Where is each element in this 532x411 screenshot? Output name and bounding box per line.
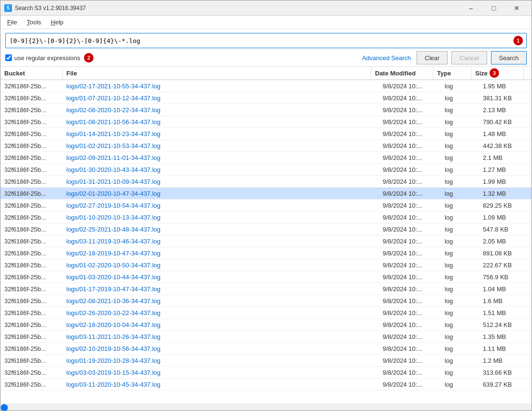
table-cell: 9/8/2024 10:... (379, 211, 441, 223)
table-cell: 32f6186f-25b... (0, 128, 63, 139)
table-cell: 1.32 MB (479, 188, 532, 199)
table-cell: logs/02-09-2021-11-01-34-437.log (63, 152, 379, 163)
col-header-type[interactable]: Type (433, 67, 471, 79)
table-cell: 9/8/2024 10:... (379, 283, 441, 295)
minimize-button[interactable]: – (460, 0, 482, 16)
table-body[interactable]: 32f6186f-25b...logs/02-17-2021-10-55-34-… (0, 80, 532, 404)
table-cell: logs/01-02-2020-10-50-34-437.log (63, 259, 379, 271)
table-cell: log (441, 283, 479, 295)
menu-bar: File Tools Help (0, 16, 532, 29)
table-row[interactable]: 32f6186f-25b...logs/01-19-2020-10-28-34-… (0, 355, 532, 367)
table-cell: logs/02-01-2020-10-47-34-437.log (63, 188, 379, 199)
table-row[interactable]: 32f6186f-25b...logs/01-17-2019-10-47-34-… (0, 283, 532, 295)
table-row[interactable]: 32f6186f-25b...logs/02-26-2020-10-22-34-… (0, 307, 532, 319)
table-cell: 9/8/2024 10:... (379, 164, 441, 175)
table-header: Bucket File Date Modified Type Size 3 (0, 67, 532, 80)
table-cell: 9/8/2024 10:... (379, 80, 441, 92)
table-cell: log (441, 367, 479, 378)
table-cell: logs/01-02-2021-10-53-34-437.log (63, 140, 379, 151)
table-row[interactable]: 32f6186f-25b...logs/03-03-2019-10-15-34-… (0, 367, 532, 379)
table-cell: 1.95 MB (479, 80, 532, 92)
col-date-label: Date Modified (375, 70, 416, 77)
table-cell: log (441, 295, 479, 306)
col-header-file[interactable]: File (63, 67, 371, 79)
menu-tools[interactable]: Tools (22, 17, 46, 28)
table-cell: 9/8/2024 10:... (379, 140, 441, 151)
table-cell: 1.6 MB (479, 295, 532, 306)
table-cell: logs/01-19-2020-10-28-34-437.log (63, 355, 379, 366)
table-cell: 32f6186f-25b... (0, 176, 63, 187)
table-cell: logs/02-27-2019-10-54-34-437.log (63, 200, 379, 211)
table-cell: log (441, 116, 479, 127)
window-title: Search S3 v1.2.9016.39437 (15, 5, 460, 11)
table-row[interactable]: 32f6186f-25b...logs/02-09-2021-11-01-34-… (0, 152, 532, 164)
h-scroll-input[interactable] (0, 405, 532, 411)
table-cell: 381.31 KB (479, 92, 532, 104)
table-cell: 2.05 MB (479, 235, 532, 247)
advanced-search-link[interactable]: Advanced Search (360, 53, 413, 63)
horizontal-scrollbar (0, 404, 532, 411)
table-cell: 32f6186f-25b... (0, 152, 63, 163)
table-row[interactable]: 32f6186f-25b...logs/02-18-2020-10-04-34-… (0, 319, 532, 331)
regex-checkbox[interactable] (5, 54, 12, 61)
table-cell: 32f6186f-25b... (0, 343, 63, 354)
table-cell: log (441, 140, 479, 151)
table-row[interactable]: 32f6186f-25b...logs/02-01-2020-10-47-34-… (0, 188, 532, 200)
table-cell: 32f6186f-25b... (0, 379, 63, 390)
table-row[interactable]: 32f6186f-25b...logs/01-02-2020-10-50-34-… (0, 259, 532, 271)
app-icon: S (4, 4, 12, 12)
table-row[interactable]: 32f6186f-25b...logs/02-17-2021-10-55-34-… (0, 80, 532, 92)
regex-checkbox-label[interactable]: use regular expressions (5, 54, 80, 62)
table-cell: logs/02-18-2019-10-47-34-437.log (63, 247, 379, 259)
col-header-bucket[interactable]: Bucket (0, 67, 63, 79)
table-cell: logs/01-14-2021-10-23-34-437.log (63, 128, 379, 139)
table-row[interactable]: 32f6186f-25b...logs/02-18-2019-10-47-34-… (0, 247, 532, 259)
table-cell: 32f6186f-25b... (0, 140, 63, 151)
table-row[interactable]: 32f6186f-25b...logs/02-10-2019-10-56-34-… (0, 343, 532, 355)
table-cell: log (441, 319, 479, 330)
search-input[interactable] (5, 33, 527, 48)
table-row[interactable]: 32f6186f-25b...logs/01-07-2021-10-12-34-… (0, 92, 532, 104)
table-row[interactable]: 32f6186f-25b...logs/03-11-2020-10-45-34-… (0, 379, 532, 390)
table-cell: log (441, 343, 479, 354)
table-cell: 9/8/2024 10:... (379, 271, 441, 283)
search-button[interactable]: Search (491, 51, 527, 64)
table-cell: logs/01-07-2021-10-12-34-437.log (63, 92, 379, 104)
table-cell: 512.24 KB (479, 319, 532, 330)
menu-file[interactable]: File (2, 17, 22, 28)
close-button[interactable]: ✕ (506, 0, 528, 16)
table-row[interactable]: 32f6186f-25b...logs/01-14-2021-10-23-34-… (0, 128, 532, 140)
table-row[interactable]: 32f6186f-25b...logs/02-08-2020-10-22-34-… (0, 104, 532, 116)
col-bucket-label: Bucket (4, 70, 25, 77)
col-type-label: Type (437, 70, 451, 77)
table-row[interactable]: 32f6186f-25b...logs/01-30-2020-10-43-34-… (0, 164, 532, 176)
table-row[interactable]: 32f6186f-25b...logs/03-11-2021-10-26-34-… (0, 331, 532, 343)
table-row[interactable]: 32f6186f-25b...logs/02-25-2021-10-48-34-… (0, 223, 532, 235)
menu-help[interactable]: Help (46, 17, 68, 28)
table-row[interactable]: 32f6186f-25b...logs/02-08-2021-10-36-34-… (0, 295, 532, 307)
col-header-date[interactable]: Date Modified (371, 67, 433, 79)
content-area: Bucket File Date Modified Type Size 3 32… (0, 67, 532, 411)
table-cell: 32f6186f-25b... (0, 92, 63, 104)
table-row[interactable]: 32f6186f-25b...logs/01-08-2021-10-56-34-… (0, 116, 532, 128)
table-row[interactable]: 32f6186f-25b...logs/01-02-2021-10-53-34-… (0, 140, 532, 152)
col-header-size[interactable]: Size 3 (471, 67, 524, 79)
clear-button[interactable]: Clear (417, 51, 448, 64)
table-cell: log (441, 355, 479, 366)
table-cell: 9/8/2024 10:... (379, 259, 441, 271)
maximize-button[interactable]: □ (483, 0, 505, 16)
table-cell: 32f6186f-25b... (0, 164, 63, 175)
table-cell: logs/03-11-2019-10-46-34-437.log (63, 235, 379, 247)
table-cell: 9/8/2024 10:... (379, 247, 441, 259)
cancel-button[interactable]: Cancel (451, 51, 487, 64)
table-row[interactable]: 32f6186f-25b...logs/01-10-2020-10-13-34-… (0, 211, 532, 223)
table-cell: logs/02-08-2020-10-22-34-437.log (63, 104, 379, 116)
table-cell: 32f6186f-25b... (0, 295, 63, 306)
table-row[interactable]: 32f6186f-25b...logs/02-27-2019-10-54-34-… (0, 200, 532, 211)
table-cell: log (441, 235, 479, 247)
table-cell: 829.25 KB (479, 200, 532, 211)
table-row[interactable]: 32f6186f-25b...logs/03-11-2019-10-46-34-… (0, 235, 532, 247)
table-row[interactable]: 32f6186f-25b...logs/01-31-2021-10-09-34-… (0, 176, 532, 188)
table-row[interactable]: 32f6186f-25b...logs/01-03-2020-10-44-34-… (0, 271, 532, 283)
table-cell: 9/8/2024 10:... (379, 355, 441, 366)
